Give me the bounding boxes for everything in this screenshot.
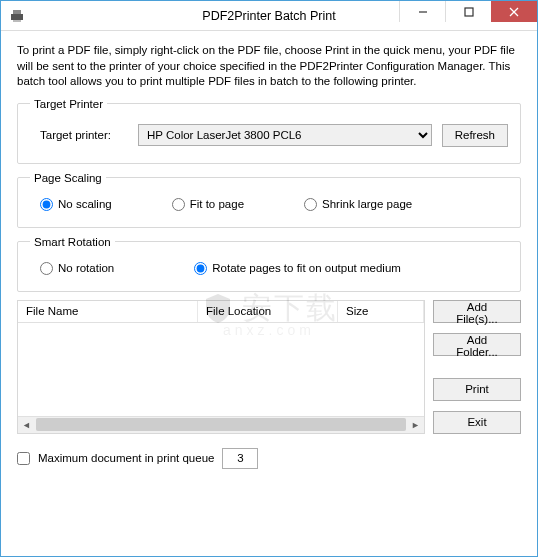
minimize-button[interactable] (399, 1, 445, 22)
app-icon (9, 8, 25, 24)
col-filename[interactable]: File Name (18, 301, 198, 322)
max-queue-checkbox[interactable] (17, 452, 30, 465)
file-table: File Name File Location Size ◄ ► (17, 300, 425, 434)
intro-text: To print a PDF file, simply right-click … (17, 43, 521, 90)
no-rotation-radio[interactable]: No rotation (40, 262, 114, 275)
page-scaling-group: Page Scaling No scaling Fit to page Shri… (17, 172, 521, 228)
smart-rotation-legend: Smart Rotation (30, 236, 115, 248)
fit-to-page-radio[interactable]: Fit to page (172, 198, 244, 211)
table-body (18, 323, 424, 416)
window: PDF2Printer Batch Print To print a PDF f… (0, 0, 538, 557)
scroll-thumb[interactable] (36, 418, 406, 431)
max-queue-label: Maximum document in print queue (38, 452, 214, 464)
col-location[interactable]: File Location (198, 301, 338, 322)
target-printer-legend: Target Printer (30, 98, 107, 110)
lower-panel: File Name File Location Size ◄ ► Add Fil… (17, 300, 521, 434)
close-button[interactable] (491, 1, 537, 22)
side-buttons: Add File(s)... Add Folder... Print Exit (433, 300, 521, 434)
print-button[interactable]: Print (433, 378, 521, 401)
scroll-right-icon[interactable]: ► (407, 417, 424, 432)
svg-rect-2 (13, 20, 21, 22)
page-scaling-legend: Page Scaling (30, 172, 106, 184)
add-files-button[interactable]: Add File(s)... (433, 300, 521, 323)
svg-rect-0 (11, 14, 23, 20)
col-size[interactable]: Size (338, 301, 424, 322)
table-header: File Name File Location Size (18, 301, 424, 323)
footer-row: Maximum document in print queue (17, 448, 521, 469)
max-queue-input[interactable] (222, 448, 258, 469)
target-printer-select[interactable]: HP Color LaserJet 3800 PCL6 (138, 124, 432, 146)
target-printer-label: Target printer: (40, 129, 128, 141)
maximize-button[interactable] (445, 1, 491, 22)
target-printer-group: Target Printer Target printer: HP Color … (17, 98, 521, 164)
shrink-large-radio[interactable]: Shrink large page (304, 198, 412, 211)
rotate-fit-radio[interactable]: Rotate pages to fit on output medium (194, 262, 401, 275)
add-folder-button[interactable]: Add Folder... (433, 333, 521, 356)
svg-rect-1 (13, 10, 21, 14)
refresh-button[interactable]: Refresh (442, 124, 508, 147)
window-buttons (399, 1, 537, 22)
smart-rotation-group: Smart Rotation No rotation Rotate pages … (17, 236, 521, 292)
content-area: To print a PDF file, simply right-click … (1, 31, 537, 556)
no-scaling-radio[interactable]: No scaling (40, 198, 112, 211)
horizontal-scrollbar[interactable]: ◄ ► (18, 416, 424, 433)
titlebar: PDF2Printer Batch Print (1, 1, 537, 31)
svg-rect-4 (465, 8, 473, 16)
exit-button[interactable]: Exit (433, 411, 521, 434)
scroll-left-icon[interactable]: ◄ (18, 417, 35, 432)
scroll-track[interactable] (36, 418, 406, 431)
